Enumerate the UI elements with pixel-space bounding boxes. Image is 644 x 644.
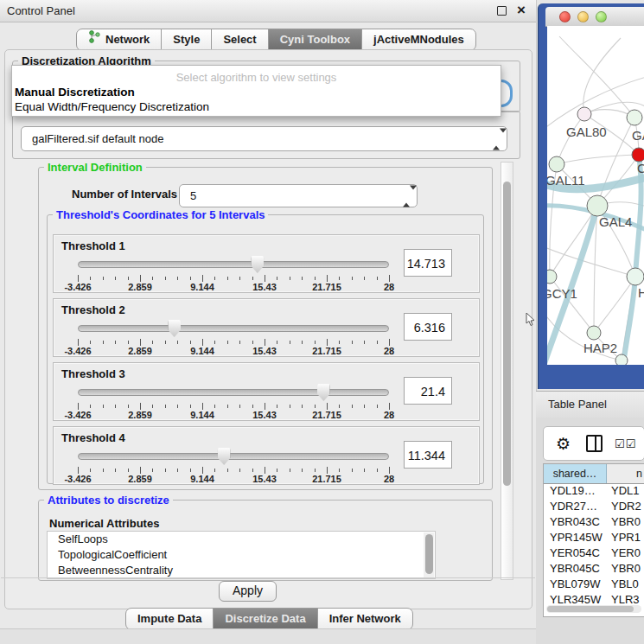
tick-mark [78, 403, 79, 410]
tick-mark [239, 469, 240, 472]
tick-mark [115, 277, 116, 280]
attribute-list-item[interactable]: TopologicalCoefficient [48, 547, 435, 563]
network-edge[interactable] [547, 246, 635, 277]
tick-label: 2.859 [128, 474, 152, 484]
network-node-label: GA [632, 128, 644, 143]
tick-mark [364, 405, 365, 408]
network-node[interactable] [615, 354, 628, 365]
tick-mark [202, 339, 203, 346]
popup-placeholder: Select algorithm to view settings [12, 71, 501, 84]
threshold-panel-2: Threshold 2-3.4262.8599.14415.4321.71528… [53, 298, 480, 357]
table-row[interactable]: YPR145WYPR1 [544, 531, 644, 546]
scrollbar-thumb[interactable] [503, 182, 511, 486]
threshold-slider: -3.4262.8599.14415.4321.71528 [78, 427, 389, 484]
column-header-shared-name[interactable]: shared… [544, 464, 607, 483]
tab-style[interactable]: Style [161, 29, 212, 51]
column-header-name[interactable]: n [607, 464, 644, 483]
tick-label: 2.859 [128, 346, 152, 356]
slider-thumb[interactable] [251, 256, 264, 273]
table-row[interactable]: YBL079WYBL0 [544, 577, 644, 593]
scrollbar-thumb[interactable] [547, 606, 634, 612]
network-node[interactable] [587, 195, 608, 216]
network-node[interactable] [627, 110, 642, 125]
threshold-value-input[interactable]: 6.316 [404, 313, 452, 341]
select-columns-icon[interactable]: ☑☑ [615, 437, 636, 450]
close-icon[interactable]: × [517, 2, 526, 19]
number-of-intervals-combobox[interactable]: 5 [179, 184, 418, 207]
threshold-value-input[interactable]: 14.713 [404, 249, 452, 277]
tick-mark [352, 277, 353, 280]
slider-track[interactable] [78, 389, 389, 396]
network-node[interactable] [587, 326, 601, 340]
threshold-panel-1: Threshold 1-3.4262.8599.14415.4321.71528… [53, 234, 480, 293]
tab-impute-data[interactable]: Impute Data [125, 608, 214, 630]
tick-mark [315, 341, 316, 344]
table-data-combobox[interactable]: galFiltered.sif default node [21, 126, 507, 151]
tab-label: Infer Network [329, 609, 401, 629]
table-row[interactable]: YER054CYER0 [544, 546, 644, 562]
tick-mark [190, 469, 191, 472]
slider-track[interactable] [78, 261, 389, 268]
network-node[interactable] [627, 268, 644, 285]
table-panel-title: Table Panel [548, 398, 607, 411]
table-row[interactable]: YDR27…YDR2 [544, 500, 644, 515]
tab-network[interactable]: Network [76, 29, 162, 51]
network-canvas[interactable]: GAL80GACGAL11GAL4GCY1HHAP2 [547, 26, 644, 365]
tab-select[interactable]: Select [211, 29, 268, 51]
threshold-value-input[interactable]: 21.4 [404, 377, 452, 405]
network-edge[interactable] [557, 155, 639, 164]
tick-mark [327, 403, 328, 410]
slider-thumb[interactable] [317, 384, 330, 401]
network-node[interactable] [547, 270, 557, 284]
tab-infer-network[interactable]: Infer Network [317, 608, 413, 630]
float-window-icon[interactable] [497, 6, 507, 16]
tick-mark [214, 469, 215, 472]
gear-icon[interactable]: ⚙ [556, 436, 571, 452]
slider-thumb[interactable] [168, 320, 181, 337]
apply-button[interactable]: Apply [219, 581, 277, 602]
threshold-slider: -3.4262.8599.14415.4321.71528 [78, 299, 389, 356]
combobox-value: galFiltered.sif default node [22, 132, 507, 145]
slider-track[interactable] [78, 325, 389, 332]
network-node[interactable] [577, 107, 591, 121]
tick-mark [177, 469, 178, 472]
panel-vertical-scrollbar[interactable] [501, 162, 513, 580]
cell-name: YDL1 [606, 484, 644, 500]
attribute-list-item[interactable]: SelfLoops [48, 532, 435, 547]
cell-shared-name: YPR145W [544, 531, 606, 546]
tick-mark [103, 341, 104, 344]
numerical-attributes-list[interactable]: SelfLoopsTopologicalCoefficientBetweenne… [47, 531, 436, 579]
minimize-traffic-light[interactable] [577, 11, 589, 22]
scrollbar-thumb[interactable] [425, 534, 433, 574]
popup-option-manual-discretization[interactable]: Manual Discretization [15, 86, 135, 99]
table-row[interactable]: YDL19…YDL1 [544, 484, 644, 500]
tick-mark [152, 469, 153, 472]
close-traffic-light[interactable] [559, 11, 571, 22]
network-edge[interactable] [559, 36, 634, 118]
network-node[interactable] [632, 148, 644, 162]
slider-track[interactable] [78, 453, 389, 460]
cell-shared-name: YBR043C [544, 515, 606, 531]
table-row[interactable]: YBR045CYBR0 [544, 562, 644, 577]
column-browser-icon[interactable] [586, 435, 603, 452]
table-horizontal-scrollbar[interactable] [546, 605, 641, 613]
attribute-list-item[interactable]: BetweennessCentrality [48, 563, 435, 578]
tab-jactivemnodules[interactable]: jActiveMNodules [361, 29, 476, 51]
tab-cyni-toolbox[interactable]: Cyni Toolbox [268, 29, 362, 51]
network-edge[interactable] [583, 38, 621, 114]
popup-option-equal-width-frequency[interactable]: Equal Width/Frequency Discretization [15, 100, 209, 113]
tick-label: 2.859 [128, 410, 152, 420]
zoom-traffic-light[interactable] [596, 11, 607, 22]
tick-label: 21.715 [312, 346, 341, 356]
table-row[interactable]: YBR043CYBR0 [544, 515, 644, 531]
network-node[interactable] [549, 156, 564, 172]
thresholds-group: Threshold's Coordinates for 5 Intervals … [47, 214, 484, 484]
threshold-value-input[interactable]: 11.344 [404, 441, 452, 469]
network-edge[interactable] [550, 206, 597, 277]
network-edge[interactable] [557, 114, 584, 164]
table-row[interactable]: YLR345WYLR3 [544, 593, 644, 603]
attributes-scrollbar[interactable] [424, 532, 434, 577]
slider-thumb[interactable] [218, 448, 231, 465]
tick-mark [290, 405, 290, 408]
tab-discretize-data[interactable]: Discretize Data [213, 608, 317, 630]
